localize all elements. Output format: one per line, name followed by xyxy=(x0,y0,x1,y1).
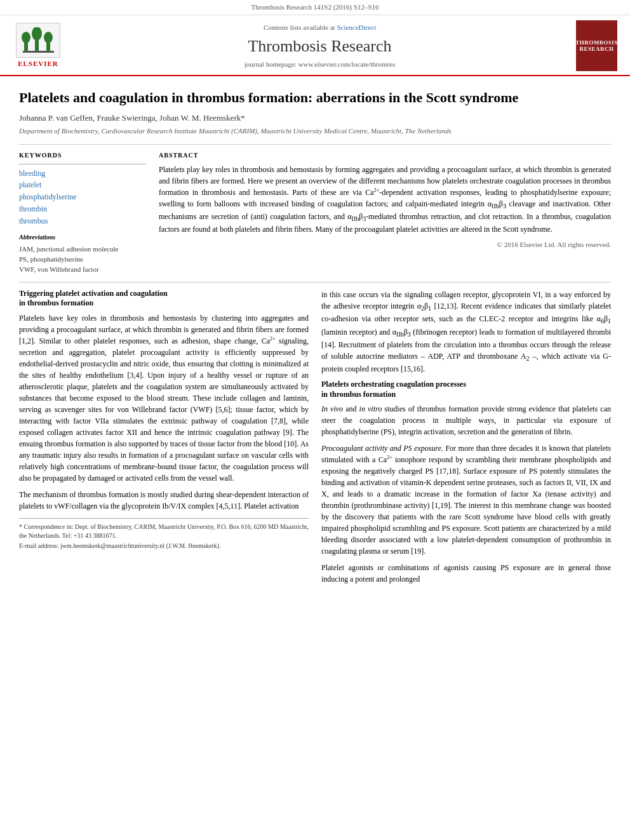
keywords-abstract-section: KEYWORDS bleeding platelet phosphatidyls… xyxy=(19,144,611,283)
keyword-4: thrombin xyxy=(19,204,146,215)
negatively-charged-text: negatively charged xyxy=(364,467,422,476)
section2-para2: Procoagulant activity and PS exposure. F… xyxy=(321,443,611,557)
svg-point-3 xyxy=(32,27,42,41)
body-left-column: Triggering platelet activation and coagu… xyxy=(19,289,309,590)
copyright-line: © 2016 Elsevier Ltd. All rights reserved… xyxy=(159,240,611,250)
section1-heading: Triggering platelet activation and coagu… xyxy=(19,289,309,309)
kw-divider xyxy=(19,164,146,164)
keywords-label: KEYWORDS xyxy=(19,151,146,160)
contents-line: Contents lists available at ScienceDirec… xyxy=(76,23,563,32)
journal-thumbnail: THROMBOSISRESEARCH xyxy=(576,20,617,71)
right-para1: in this case occurs via the signaling co… xyxy=(321,289,611,375)
article-affiliation: Department of Biochemistry, Cardiovascul… xyxy=(19,126,611,136)
journal-citation: Thrombosis Research 141S2 (2016) S12–S16 xyxy=(251,3,379,11)
article-authors: Johanna P. van Geffen, Frauke Swieringa,… xyxy=(19,112,611,124)
footnote-section: * Correspondence in: Dept. of Biochemist… xyxy=(19,518,309,550)
page-wrapper: Thrombosis Research 141S2 (2016) S12–S16… xyxy=(0,0,630,603)
abbreviations-section: Abbreviations JAM, junctional adhesion m… xyxy=(19,233,146,275)
abstract-label: ABSTRACT xyxy=(159,151,611,160)
abbrev-title: Abbreviations xyxy=(19,233,146,242)
abbrev-3: VWF, von Willebrand factor xyxy=(19,265,146,274)
header-center: Contents lists available at ScienceDirec… xyxy=(64,23,576,69)
section1-para2: The mechanism of thrombus formation is m… xyxy=(19,489,309,512)
sciencedirect-link[interactable]: ScienceDirect xyxy=(337,23,376,31)
section2-para3: Platelet agonists or combinations of ago… xyxy=(321,562,611,585)
footnote-star-line: * Correspondence in: Dept. of Biochemist… xyxy=(19,523,309,540)
elsevier-wordmark: ELSEVIER xyxy=(18,59,58,69)
elsevier-logo-box xyxy=(16,23,60,58)
svg-rect-6 xyxy=(23,51,54,53)
keyword-2: platelet xyxy=(19,180,146,190)
body-right-column: in this case occurs via the signaling co… xyxy=(321,289,611,590)
keyword-1: bleeding xyxy=(19,168,146,179)
elsevier-logo: ELSEVIER xyxy=(13,23,64,69)
svg-point-1 xyxy=(22,32,30,43)
article-title: Platelets and coagulation in thrombus fo… xyxy=(19,89,611,107)
footnote-email-line: E-mail address: jwm.heemskerk@maastricht… xyxy=(19,542,309,550)
abbrev-2: PS, phosphatidylserine xyxy=(19,255,146,264)
svg-point-5 xyxy=(44,32,53,43)
thumb-journal-name: THROMBOSISRESEARCH xyxy=(575,39,618,53)
abbrev-1: JAM, junctional adhesion molecule xyxy=(19,244,146,254)
abstract-column: ABSTRACT Platelets play key roles in thr… xyxy=(159,151,611,276)
journal-header: ELSEVIER Contents lists available at Sci… xyxy=(0,15,630,76)
section1-para1: Platelets have key roles in thrombosis a… xyxy=(19,312,309,484)
article-content: Platelets and coagulation in thrombus fo… xyxy=(0,76,630,603)
abstract-text: Platelets play key roles in thrombosis a… xyxy=(159,164,611,236)
section2-heading: Platelets orchestrating coagulation proc… xyxy=(321,380,611,399)
journal-title-header: Thrombosis Research xyxy=(76,35,563,58)
keywords-column: KEYWORDS bleeding platelet phosphatidyls… xyxy=(19,151,146,276)
keyword-5: thrombus xyxy=(19,216,146,227)
section2-para1: In vivo and in vitro studies of thrombus… xyxy=(321,403,611,437)
body-columns: Triggering platelet activation and coagu… xyxy=(19,289,611,590)
keyword-3: phosphatidylserine xyxy=(19,192,146,203)
journal-homepage: journal homepage: www.elsevier.com/locat… xyxy=(76,60,563,69)
elsevier-tree-icon xyxy=(21,27,56,54)
citation-bar: Thrombosis Research 141S2 (2016) S12–S16 xyxy=(0,0,630,15)
